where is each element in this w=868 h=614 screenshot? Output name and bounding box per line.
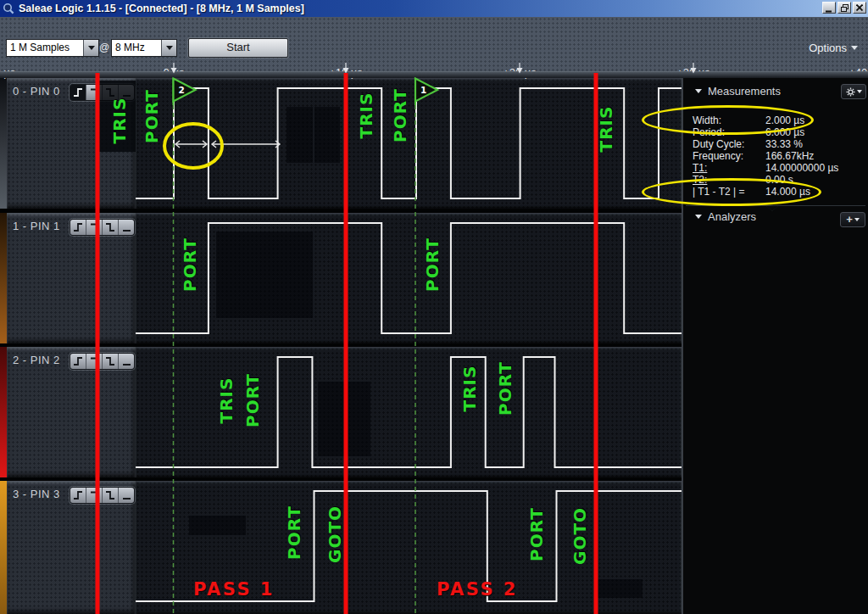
restore-icon [841,4,849,12]
collapse-triangle-icon [695,215,702,219]
samples-dropdown[interactable]: 1 M Samples [6,39,99,57]
rising-edge-icon [72,87,84,98]
minimize-icon [826,5,832,13]
chevron-down-icon [857,90,862,93]
measurements-settings-button[interactable] [841,84,866,99]
title-bar: Saleae Logic 1.1.15 - [Connected] - [8 M… [0,0,868,17]
high-level-icon [88,356,100,366]
add-analyzer-button[interactable]: + [840,212,865,227]
trigger-high-level-button[interactable] [86,488,103,503]
timeline-ruler[interactable] [0,71,868,78]
measurement-row: T1:14.00000000 µs [693,162,756,174]
measurement-row: Period:6.000 µs [693,126,756,138]
falling-edge-icon [104,490,116,500]
channel-color-strip [0,347,7,477]
measurement-label: | T1 - T2 | = [693,186,756,198]
instruction-annotation: PORT [526,507,547,561]
channel-header-2: 2 - PIN 2 [7,347,136,477]
measurements-section-header[interactable]: Measurements [695,85,781,98]
instruction-annotation: PORT [422,237,442,292]
falling-edge-icon [104,222,116,232]
channel-header-3: 3 - PIN 3 [7,481,136,614]
close-button[interactable] [853,2,866,14]
measurement-row: | T1 - T2 | =14.000 µs [693,186,756,198]
measurement-label: Period: [693,126,756,138]
waveform-area-1[interactable] [136,213,682,343]
options-menu[interactable]: Options [809,42,858,54]
instruction-annotation: PORT [390,88,410,142]
high-level-icon [88,490,100,500]
instruction-annotation: TRIS [216,377,236,424]
measurement-value: 14.00000000 µs [765,162,838,174]
measurement-label: Frequency: [693,150,756,162]
low-level-icon [120,490,132,500]
start-button[interactable]: Start [188,38,288,58]
instruction-annotation: PORT [242,373,263,427]
toolbar: 1 M Samples @ 8 MHz Start Options -10 µs… [0,17,868,71]
pass-annotation: PASS 1 [193,579,275,600]
chevron-down-icon [854,218,860,221]
channel-label: 3 - PIN 3 [13,488,60,500]
trigger-falling-edge-button[interactable] [103,220,119,235]
trigger-low-level-button[interactable] [119,220,134,235]
trigger-low-level-button[interactable] [119,354,134,369]
measurement-row: Width:2.000 µs [693,114,756,126]
channel-label: 0 - PIN 0 [13,85,60,98]
instruction-annotation: PORT [495,361,515,416]
samples-dropdown-arrow [83,40,98,56]
channel-row-0: 0 - PIN 0 [0,78,682,209]
rising-edge-icon [72,490,84,500]
low-level-icon [120,222,132,232]
instruction-annotation: PORT [180,237,200,292]
trigger-high-level-button[interactable] [86,354,103,369]
trigger-high-level-button[interactable] [86,220,103,235]
channel-label: 2 - PIN 2 [13,354,60,366]
instruction-annotation: GOTO [570,507,590,565]
measurement-label: T1: [693,162,756,174]
at-label: @ [99,42,109,53]
rate-dropdown-arrow [161,40,176,56]
analyzers-title: Analyzers [708,210,756,223]
collapse-triangle-icon [695,89,702,93]
trigger-button-group [70,353,135,370]
low-level-icon [120,356,132,366]
measurement-value: 33.33 % [765,138,803,150]
measurement-value: 2.000 µs [765,114,804,126]
magnifier-icon [3,3,14,14]
measurement-label: Duty Cycle: [693,138,756,150]
channel-row-1: 1 - PIN 1 [0,213,682,343]
trigger-button-group [70,487,135,504]
channel-color-strip [0,481,7,614]
instruction-annotation: TRIS [109,98,130,144]
window-title: Saleae Logic 1.1.15 - [Connected] - [8 M… [19,3,304,14]
rising-edge-icon [72,356,84,366]
rising-edge-icon [72,222,84,232]
instruction-annotation: GOTO [325,505,345,563]
trigger-low-level-button[interactable] [119,488,134,503]
trigger-rising-edge-button[interactable] [70,85,86,100]
instruction-annotation: TRIS [459,366,480,412]
rate-value: 8 MHz [112,40,161,56]
trigger-falling-edge-button[interactable] [103,354,119,369]
pass-annotation: PASS 2 [437,579,518,600]
trigger-rising-edge-button[interactable] [70,488,86,503]
trigger-falling-edge-button[interactable] [103,488,119,503]
channel-color-strip [0,213,7,343]
restore-button[interactable] [837,2,851,14]
trigger-button-group [70,219,135,236]
saleae-logic-window: Saleae Logic 1.1.15 - [Connected] - [8 M… [0,0,868,614]
gear-icon [846,87,855,97]
sample-rate-dropdown[interactable]: 8 MHz [111,39,177,57]
channel-label: 1 - PIN 1 [13,220,60,232]
measurements-title: Measurements [708,85,781,98]
instruction-annotation: TRIS [596,106,616,153]
channel-row-2: 2 - PIN 2 [0,347,682,477]
trigger-rising-edge-button[interactable] [70,354,86,369]
side-panel: Measurements Width:2.000 µsPeriod:6.000 … [682,78,868,614]
instruction-annotation: PORT [142,89,162,143]
minimize-button[interactable] [822,2,836,14]
close-icon [856,4,863,11]
analyzers-section-header[interactable]: Analyzers [695,210,756,223]
panel-divider [686,205,865,206]
trigger-rising-edge-button[interactable] [70,220,86,235]
